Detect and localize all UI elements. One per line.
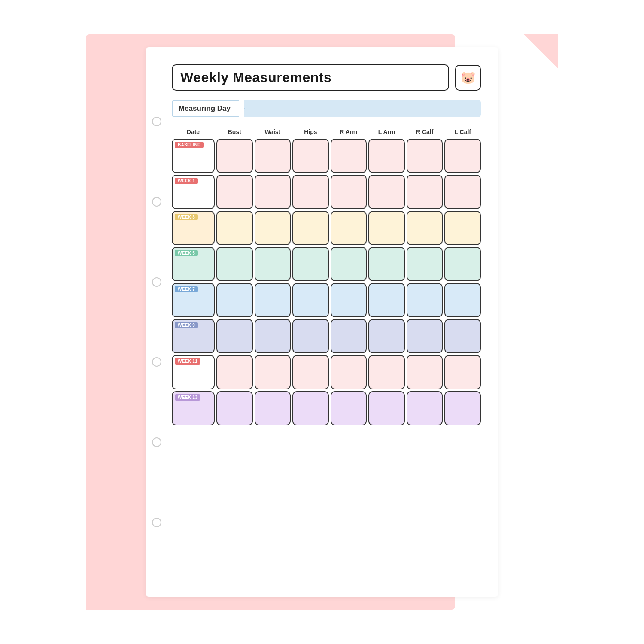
data-cell-r3-c1[interactable] xyxy=(255,247,291,281)
data-cell-r1-c5[interactable] xyxy=(407,175,443,209)
measuring-day-label: Measuring Day xyxy=(179,104,231,112)
col-header-waist: Waist xyxy=(255,127,291,137)
data-cell-r6-c4[interactable] xyxy=(368,355,405,389)
table-row: WEEK 5 xyxy=(172,247,481,281)
measuring-day-bar xyxy=(244,100,481,117)
data-cell-r6-c6[interactable] xyxy=(444,355,481,389)
data-cell-r1-c1[interactable] xyxy=(255,175,291,209)
row-label-5[interactable]: WEEK 9 xyxy=(172,319,215,353)
data-cell-r2-c4[interactable] xyxy=(368,211,405,245)
row-label-2[interactable]: WEEK 3 xyxy=(172,211,215,245)
data-cell-r0-c3[interactable] xyxy=(331,139,367,173)
data-cell-r4-c6[interactable] xyxy=(444,283,481,317)
data-cell-r6-c5[interactable] xyxy=(407,355,443,389)
data-cell-r4-c3[interactable] xyxy=(331,283,367,317)
col-header-rcalf: R Calf xyxy=(407,127,443,137)
row-badge: WEEK 11 xyxy=(175,358,200,365)
col-header-hips: Hips xyxy=(292,127,329,137)
data-cell-r1-c6[interactable] xyxy=(444,175,481,209)
row-label-4[interactable]: WEEK 7 xyxy=(172,283,215,317)
table-row: WEEK 9 xyxy=(172,319,481,353)
col-header-rarm: R Arm xyxy=(331,127,367,137)
hole-6 xyxy=(152,518,161,527)
data-cell-r0-c1[interactable] xyxy=(255,139,291,173)
data-cell-r3-c4[interactable] xyxy=(368,247,405,281)
data-cell-r4-c5[interactable] xyxy=(407,283,443,317)
data-cell-r3-c6[interactable] xyxy=(444,247,481,281)
page-outer: Weekly Measurements 🐷 Measuring Day Date… xyxy=(0,0,644,644)
title-row: Weekly Measurements 🐷 xyxy=(172,64,481,91)
table-row: WEEK 7 xyxy=(172,283,481,317)
data-cell-r0-c0[interactable] xyxy=(216,139,253,173)
row-badge: WEEK 9 xyxy=(175,322,198,328)
measuring-day-tag: Measuring Day xyxy=(172,100,245,117)
data-cell-r4-c1[interactable] xyxy=(255,283,291,317)
row-badge: WEEK 13 xyxy=(175,394,200,401)
data-cell-r7-c4[interactable] xyxy=(368,391,405,425)
row-label-7[interactable]: WEEK 13 xyxy=(172,391,215,425)
data-cell-r0-c4[interactable] xyxy=(368,139,405,173)
row-badge: WEEK 1 xyxy=(175,178,198,184)
data-cell-r3-c0[interactable] xyxy=(216,247,253,281)
data-cell-r5-c0[interactable] xyxy=(216,319,253,353)
pink-triangle-bottom xyxy=(86,575,120,610)
data-cell-r4-c2[interactable] xyxy=(292,283,329,317)
row-badge: WEEK 3 xyxy=(175,214,198,220)
measurements-table: Date Bust Waist Hips R Arm L Arm R Calf … xyxy=(172,127,481,425)
data-cell-r1-c4[interactable] xyxy=(368,175,405,209)
table-row: WEEK 1 xyxy=(172,175,481,209)
data-cell-r7-c1[interactable] xyxy=(255,391,291,425)
hole-3 xyxy=(152,277,161,287)
data-cell-r6-c2[interactable] xyxy=(292,355,329,389)
data-cell-r2-c0[interactable] xyxy=(216,211,253,245)
data-cell-r0-c5[interactable] xyxy=(407,139,443,173)
data-cell-r6-c0[interactable] xyxy=(216,355,253,389)
data-cell-r5-c2[interactable] xyxy=(292,319,329,353)
row-label-6[interactable]: WEEK 11 xyxy=(172,355,215,389)
icon-box: 🐷 xyxy=(455,65,481,91)
data-cell-r5-c1[interactable] xyxy=(255,319,291,353)
data-cell-r2-c6[interactable] xyxy=(444,211,481,245)
page-card: Weekly Measurements 🐷 Measuring Day Date… xyxy=(146,47,498,597)
col-header-date: Date xyxy=(172,127,215,137)
col-header-larm: L Arm xyxy=(368,127,405,137)
data-cell-r5-c5[interactable] xyxy=(407,319,443,353)
data-cell-r5-c4[interactable] xyxy=(368,319,405,353)
data-cell-r7-c5[interactable] xyxy=(407,391,443,425)
row-label-1[interactable]: WEEK 1 xyxy=(172,175,215,209)
data-cell-r7-c3[interactable] xyxy=(331,391,367,425)
hole-1 xyxy=(152,117,161,126)
col-header-lcalf: L Calf xyxy=(444,127,481,137)
data-cell-r7-c2[interactable] xyxy=(292,391,329,425)
data-cell-r2-c5[interactable] xyxy=(407,211,443,245)
data-cell-r1-c2[interactable] xyxy=(292,175,329,209)
data-cell-r3-c5[interactable] xyxy=(407,247,443,281)
row-label-3[interactable]: WEEK 5 xyxy=(172,247,215,281)
data-cell-r1-c0[interactable] xyxy=(216,175,253,209)
data-cell-r2-c1[interactable] xyxy=(255,211,291,245)
data-cell-r5-c3[interactable] xyxy=(331,319,367,353)
data-cell-r2-c2[interactable] xyxy=(292,211,329,245)
table-row: BASELINE xyxy=(172,139,481,173)
data-cell-r1-c3[interactable] xyxy=(331,175,367,209)
data-cell-r4-c4[interactable] xyxy=(368,283,405,317)
data-cell-r2-c3[interactable] xyxy=(331,211,367,245)
data-cell-r7-c6[interactable] xyxy=(444,391,481,425)
data-cell-r0-c6[interactable] xyxy=(444,139,481,173)
data-cell-r4-c0[interactable] xyxy=(216,283,253,317)
data-cell-r6-c1[interactable] xyxy=(255,355,291,389)
page-title: Weekly Measurements xyxy=(172,64,449,91)
hole-5 xyxy=(152,437,161,447)
data-cell-r5-c6[interactable] xyxy=(444,319,481,353)
col-header-bust: Bust xyxy=(216,127,253,137)
table-row: WEEK 11 xyxy=(172,355,481,389)
data-cell-r3-c3[interactable] xyxy=(331,247,367,281)
row-badge: WEEK 5 xyxy=(175,250,198,256)
table-body: BASELINEWEEK 1WEEK 3WEEK 5WEEK 7WEEK 9WE… xyxy=(172,139,481,425)
table-row: WEEK 3 xyxy=(172,211,481,245)
data-cell-r3-c2[interactable] xyxy=(292,247,329,281)
row-label-0[interactable]: BASELINE xyxy=(172,139,215,173)
data-cell-r7-c0[interactable] xyxy=(216,391,253,425)
data-cell-r0-c2[interactable] xyxy=(292,139,329,173)
data-cell-r6-c3[interactable] xyxy=(331,355,367,389)
